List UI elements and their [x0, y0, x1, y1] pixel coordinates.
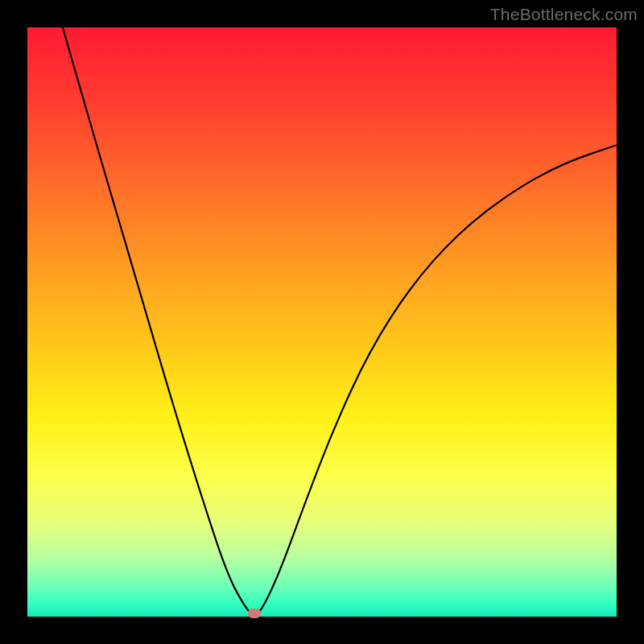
curve-svg — [27, 27, 617, 617]
chart-container: TheBottleneck.com — [0, 0, 644, 644]
curve-path — [63, 27, 617, 614]
plot-area — [27, 27, 617, 617]
min-marker — [248, 609, 261, 618]
watermark-text: TheBottleneck.com — [490, 5, 638, 24]
